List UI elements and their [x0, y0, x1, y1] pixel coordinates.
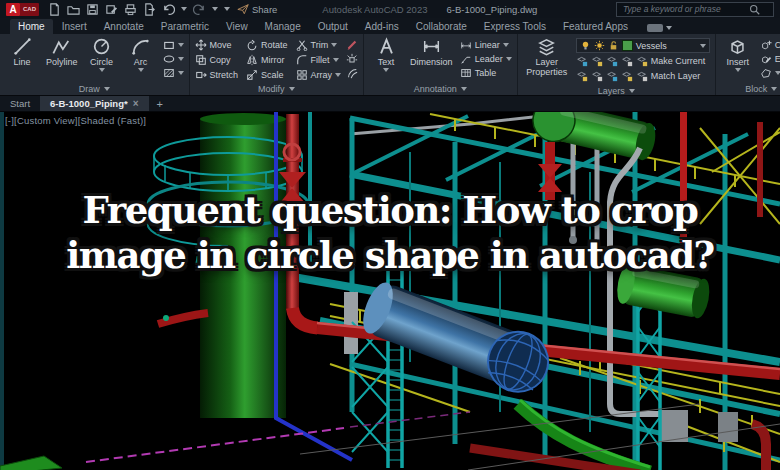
share-button[interactable]: Share	[237, 3, 277, 15]
copy-button[interactable]: Copy	[195, 53, 239, 66]
explode-button[interactable]	[346, 52, 358, 65]
offset-button[interactable]	[346, 66, 358, 79]
arc-icon	[131, 37, 150, 56]
ribbon-display-toggle[interactable]	[647, 24, 672, 34]
viewport-controls[interactable]: [-][Custom View][Shaded (Fast)]	[5, 115, 146, 126]
trim-icon	[296, 39, 308, 51]
rotate-button[interactable]: Rotate	[246, 38, 288, 51]
file-tab-document[interactable]: 6-B-1000_Piping* ×	[40, 96, 148, 111]
close-tab-icon[interactable]: ×	[133, 98, 139, 109]
trim-button[interactable]: Trim	[296, 38, 342, 51]
block-attributes-button[interactable]	[760, 66, 780, 79]
layer-tool-icon[interactable]	[606, 70, 618, 82]
layer-tool-icon[interactable]	[606, 55, 618, 67]
tab-annotate[interactable]: Annotate	[96, 19, 152, 34]
edit-block-button[interactable]: Edit	[760, 52, 780, 65]
undo-icon[interactable]	[162, 3, 175, 16]
tab-view[interactable]: View	[218, 19, 256, 34]
layer-tool-icon[interactable]	[576, 70, 588, 82]
redo-icon[interactable]	[193, 3, 206, 16]
ribbon-toggle-icon	[647, 24, 663, 32]
draw-panel-caret	[104, 87, 110, 91]
layer-tool-icon[interactable]	[591, 70, 603, 82]
arc-label: Arc	[134, 57, 148, 67]
modify-panel-label[interactable]: Modify	[190, 82, 364, 95]
text-button[interactable]: Text	[369, 36, 403, 82]
layer-tool-icon[interactable]	[591, 55, 603, 67]
rectangle-button[interactable]	[163, 38, 184, 51]
new-tab-button[interactable]: +	[149, 96, 171, 111]
stretch-icon	[195, 69, 207, 81]
tab-insert[interactable]: Insert	[54, 19, 95, 34]
modify-panel-caret	[289, 87, 295, 91]
line-icon	[13, 37, 32, 56]
layer-tool-icon[interactable]	[636, 70, 648, 82]
annotation-panel-caret	[461, 87, 467, 91]
linear-button[interactable]: Linear	[460, 38, 512, 51]
drawing-viewport[interactable]: [-][Custom View][Shaded (Fast)]	[0, 112, 780, 470]
tab-manage[interactable]: Manage	[257, 19, 309, 34]
hatch-button[interactable]	[163, 66, 184, 79]
layer-tool-icon[interactable]	[576, 55, 588, 67]
polyline-button[interactable]: Polyline	[44, 36, 80, 82]
help-search[interactable]	[616, 2, 774, 17]
polyline-icon	[52, 37, 71, 56]
create-block-icon	[760, 39, 772, 51]
undo-dropdown-caret[interactable]	[181, 7, 187, 11]
layer-tool-icon[interactable]	[621, 70, 633, 82]
make-current-button[interactable]: Make Current	[651, 56, 706, 66]
file-tab-start[interactable]: Start	[0, 96, 40, 111]
plot-icon[interactable]	[124, 3, 137, 16]
qat-customize-caret[interactable]	[224, 7, 230, 11]
save-as-icon[interactable]	[105, 3, 118, 16]
export-icon[interactable]	[143, 3, 156, 16]
leader-button[interactable]: Leader	[460, 52, 512, 65]
block-panel-label[interactable]: Block	[716, 82, 780, 95]
match-layer-button[interactable]: Match Layer	[651, 71, 701, 81]
search-input[interactable]	[621, 3, 745, 15]
panel-block: Insert Create Edit Block	[716, 34, 780, 95]
layer-tool-icon[interactable]	[621, 55, 633, 67]
save-icon[interactable]	[86, 3, 99, 16]
layers-panel-label[interactable]: Layers	[518, 86, 715, 96]
article-headline: Frequent question: How to crop image in …	[0, 188, 780, 278]
ellipse-button[interactable]	[163, 52, 184, 65]
open-file-icon[interactable]	[67, 3, 80, 16]
layer-dropdown[interactable]: Vessels	[576, 38, 710, 53]
tab-output[interactable]: Output	[310, 19, 356, 34]
insert-block-button[interactable]: Insert	[721, 36, 755, 82]
copy-icon	[195, 54, 207, 66]
layer-on-icon	[580, 40, 591, 51]
layer-properties-button[interactable]: LayerProperties	[523, 36, 571, 86]
scale-button[interactable]: Scale	[246, 68, 288, 81]
circle-button[interactable]: Circle	[85, 36, 119, 82]
app-logo[interactable]: A CAD	[6, 3, 39, 16]
arc-button[interactable]: Arc	[124, 36, 158, 82]
ribbon-toggle-caret	[666, 26, 672, 30]
erase-button[interactable]	[346, 38, 358, 51]
array-button[interactable]: Array	[296, 68, 342, 81]
dimension-button[interactable]: Dimension	[408, 36, 455, 82]
title-bar: A CAD Share Autodesk AutoCAD 2023 6-B-10…	[0, 0, 780, 18]
tab-featured-apps[interactable]: Featured Apps	[555, 19, 636, 34]
fillet-button[interactable]: Fillet	[296, 53, 342, 66]
tab-parametric[interactable]: Parametric	[153, 19, 217, 34]
move-icon	[195, 39, 207, 51]
tab-express-tools[interactable]: Express Tools	[476, 19, 554, 34]
tab-add-ins[interactable]: Add-ins	[357, 19, 407, 34]
stretch-button[interactable]: Stretch	[195, 68, 239, 81]
app-title: Autodesk AutoCAD 2023	[322, 4, 427, 15]
line-button[interactable]: Line	[5, 36, 39, 82]
tab-collaborate[interactable]: Collaborate	[408, 19, 475, 34]
tab-home[interactable]: Home	[10, 19, 53, 34]
move-button[interactable]: Move	[195, 38, 239, 51]
redo-dropdown-caret[interactable]	[212, 7, 218, 11]
search-icon[interactable]	[749, 4, 760, 15]
layer-tool-icon[interactable]	[636, 55, 648, 67]
new-file-icon[interactable]	[48, 3, 61, 16]
annotation-panel-label[interactable]: Annotation	[364, 82, 517, 95]
table-button[interactable]: Table	[460, 66, 512, 79]
mirror-button[interactable]: Mirror	[246, 53, 288, 66]
create-block-button[interactable]: Create	[760, 38, 780, 51]
draw-panel-label[interactable]: Draw	[0, 82, 189, 95]
